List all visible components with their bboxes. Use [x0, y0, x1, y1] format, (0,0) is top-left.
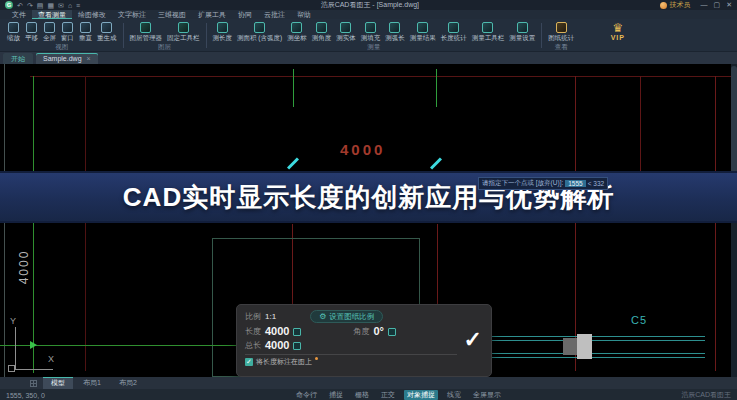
annotate-checkbox[interactable]: ✓ — [245, 358, 253, 366]
direction-arrow — [30, 341, 37, 349]
status-toggle[interactable]: 命令行 — [293, 390, 320, 400]
vip-badge[interactable]: ♛ VIP — [611, 22, 625, 41]
close-button[interactable]: ✕ — [726, 1, 732, 9]
ribbon-button[interactable]: 测弧长 — [383, 21, 407, 42]
measure-tool-icon — [291, 22, 302, 33]
window-controls: — ▢ ✕ — [701, 1, 733, 9]
dynamic-input-value[interactable]: 1555 — [565, 180, 585, 187]
measure-tool-icon — [482, 22, 493, 33]
ribbon-button[interactable]: 平移 — [23, 21, 40, 42]
layout-tab[interactable]: 布局2 — [111, 377, 145, 389]
copy-icon[interactable] — [293, 328, 301, 336]
view-tool-icon — [8, 22, 19, 33]
ribbon-separator — [206, 23, 207, 48]
layer-tool-icon — [178, 22, 189, 33]
qat-icon[interactable]: ▤ — [37, 1, 44, 10]
ribbon-button[interactable]: 测长度 — [211, 21, 235, 42]
ribbon-group-view: 缩放 平移 全屏 窗口 — [2, 20, 122, 51]
dynamic-input-tooltip: 请指定下一个点或 [放弃(U)]: 1555 < 332 — [478, 177, 608, 190]
red-vertical-line — [715, 76, 716, 371]
ribbon-button[interactable]: 测量结果 — [408, 21, 438, 42]
scrollbar-thumb[interactable] — [731, 66, 737, 186]
hatched-block-bright — [577, 334, 592, 359]
confirm-button[interactable]: ✓ — [464, 327, 482, 353]
ribbon-tab[interactable]: 三维视图 — [152, 10, 192, 19]
ribbon-button[interactable]: 图层管理器 — [128, 21, 165, 42]
ribbon-button[interactable]: 测实体 — [334, 21, 358, 42]
set-scale-button[interactable]: ⚙ 设置图纸比例 — [310, 310, 383, 323]
extension-line — [436, 69, 437, 107]
ribbon-button[interactable]: 长度统计 — [439, 21, 469, 42]
ribbon-tab[interactable]: 绘图修改 — [72, 10, 112, 19]
status-toggle[interactable]: 全屏显示 — [470, 390, 504, 400]
dimension-value-left: 4000 — [17, 245, 31, 289]
measure-tool-icon — [316, 22, 327, 33]
ribbon-tab[interactable]: 云批注 — [258, 10, 291, 19]
length-value: 4000 — [265, 326, 289, 337]
crown-icon: ♛ — [612, 22, 623, 34]
ribbon-tab[interactable]: 查看测量 — [32, 10, 72, 19]
ribbon-button[interactable]: 窗口 — [59, 21, 76, 42]
layout-tab[interactable]: 布局1 — [75, 377, 109, 389]
status-toggle[interactable]: 栅格 — [352, 390, 372, 400]
qat-icon[interactable]: ↶ — [17, 1, 23, 10]
ribbon-group-label: 测量 — [208, 42, 541, 52]
qat-icon[interactable]: ⌂ — [68, 1, 72, 10]
ribbon-tab[interactable]: 协同 — [232, 10, 258, 19]
red-vertical-line — [85, 76, 86, 371]
cad-application-window: G ↶↷▤▦✉⌂≡ 浩辰CAD看图王 - [Sample.dwg] 技术员 — … — [0, 0, 737, 400]
ribbon-button[interactable]: 固定工具栏 — [165, 21, 202, 42]
ribbon-button[interactable]: 重生成 — [95, 21, 119, 42]
document-tab[interactable]: Sample.dwg × — [36, 53, 98, 64]
ribbon-button[interactable]: 测量工具栏 — [470, 21, 507, 42]
drawing-canvas[interactable]: 4000 4000 Y X C5 CAD实时显示长度的创新应用与优势解析 请指定… — [0, 64, 737, 377]
ribbon-button[interactable]: 测面积 (含弧度) — [235, 21, 284, 42]
qat-icon[interactable]: ✉ — [58, 1, 64, 10]
ribbon-tab[interactable]: 帮助 — [291, 10, 317, 19]
minimize-button[interactable]: — — [701, 1, 708, 9]
layout-tab-bar: 模型布局1布局2 — [0, 377, 737, 389]
qat-icon[interactable]: ↷ — [27, 1, 33, 10]
stats-tool-icon — [556, 22, 567, 33]
ribbon-button[interactable]: 测量设置 — [507, 21, 537, 42]
copy-icon[interactable] — [388, 328, 396, 336]
ribbon-button[interactable]: 测角度 — [310, 21, 334, 42]
ribbon-tab[interactable]: 文件 — [6, 10, 32, 19]
app-watermark: 浩辰CAD看图王 — [681, 390, 731, 400]
ribbon-button[interactable]: 缩放 — [5, 21, 22, 42]
new-feature-dot — [315, 357, 318, 360]
status-toggle[interactable]: 正交 — [378, 390, 398, 400]
ucs-x-axis — [15, 369, 53, 370]
extension-line — [293, 69, 294, 107]
status-toggle[interactable]: 对象捕捉 — [404, 390, 438, 400]
status-toggle[interactable]: 捕捉 — [326, 390, 346, 400]
layout-grid-icon[interactable] — [30, 380, 37, 387]
ribbon-group-measure: 测长度 测面积 (含弧度) 测坐标 测角度 — [208, 20, 541, 51]
layout-tab[interactable]: 模型 — [43, 377, 73, 389]
red-vertical-line — [640, 76, 641, 173]
measure-tool-icon — [517, 22, 528, 33]
ribbon-tab[interactable]: 扩展工具 — [192, 10, 232, 19]
qat-icon[interactable]: ▦ — [47, 1, 54, 10]
ucs-x-label: X — [48, 354, 54, 364]
qat-icon[interactable]: ≡ — [76, 1, 80, 10]
ribbon-button[interactable]: 全屏 — [41, 21, 58, 42]
status-toggle[interactable]: 线宽 — [444, 390, 464, 400]
measure-tool-icon — [365, 22, 376, 33]
vip-label: VIP — [611, 34, 625, 41]
copy-icon[interactable] — [293, 342, 301, 350]
user-avatar — [660, 2, 667, 9]
length-label: 长度 — [245, 326, 261, 337]
ribbon-button[interactable]: 测填充 — [359, 21, 383, 42]
ribbon-button[interactable]: 图纸统计 — [546, 21, 576, 42]
start-tab[interactable]: 开始 — [3, 53, 33, 64]
maximize-button[interactable]: ▢ — [714, 1, 721, 9]
ribbon-button[interactable]: 测坐标 — [285, 21, 309, 42]
total-length-label: 总长 — [245, 340, 261, 351]
tab-close-icon[interactable]: × — [87, 54, 91, 63]
ribbon-tab[interactable]: 文字标注 — [112, 10, 152, 19]
document-tab-label: Sample.dwg — [43, 54, 82, 63]
ucs-y-axis — [15, 327, 16, 369]
ribbon-button[interactable]: 垂直 — [77, 21, 94, 42]
user-account[interactable]: 技术员 — [660, 0, 691, 10]
